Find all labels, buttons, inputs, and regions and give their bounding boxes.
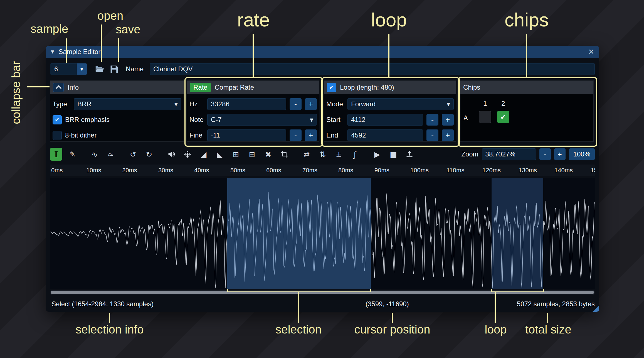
type-label: Type bbox=[53, 100, 70, 108]
annotation-line-open bbox=[101, 24, 102, 62]
annotation-selection-info: selection info bbox=[75, 323, 144, 336]
zoom-controls: Zoom 38.7027% - + 100% bbox=[461, 148, 595, 160]
plus-minus-icon: ± bbox=[336, 150, 342, 159]
upload-tray-icon bbox=[406, 150, 413, 158]
window-title: Sample Editor bbox=[59, 48, 101, 56]
apply-silence-button[interactable]: ⊟ bbox=[246, 148, 258, 161]
save-button[interactable] bbox=[110, 63, 119, 75]
close-icon[interactable]: ✕ bbox=[588, 48, 594, 56]
annotation-line-save bbox=[118, 38, 119, 62]
annotation-loop: loop bbox=[371, 9, 407, 31]
selection-region[interactable] bbox=[227, 178, 371, 289]
ruler-label: 60ms bbox=[266, 167, 281, 174]
annotation-cursor-position: cursor position bbox=[354, 323, 430, 336]
chevron-up-icon bbox=[55, 85, 61, 91]
chips-highlight-box bbox=[458, 77, 597, 147]
chevron-down-icon: ▼ bbox=[80, 67, 83, 72]
edit-cursor-button[interactable]: I bbox=[50, 148, 62, 161]
filter-icon: ƒ bbox=[354, 150, 356, 159]
annotation-open: open bbox=[97, 9, 123, 23]
invert-button[interactable]: ⇅ bbox=[317, 148, 329, 161]
sample-select[interactable]: 6 ▼ bbox=[50, 63, 87, 75]
loop-region bbox=[492, 178, 543, 289]
total-size-text: 5072 samples, 2853 bytes bbox=[517, 300, 595, 308]
time-ruler: 0ms 10ms 20ms 30ms 40ms 50ms 60ms 70ms 8… bbox=[50, 165, 595, 176]
upload-button[interactable] bbox=[403, 148, 416, 161]
name-input-value: Clarinet DQV bbox=[153, 65, 193, 73]
fade-out-icon: ◣ bbox=[217, 150, 223, 159]
ruler-label: 20ms bbox=[122, 167, 137, 174]
annotation-line-sample bbox=[66, 38, 67, 63]
name-input[interactable]: Clarinet DQV bbox=[150, 63, 595, 75]
ruler-label: 0ms bbox=[51, 167, 63, 174]
sine-wave-icon: ∿ bbox=[92, 150, 98, 159]
ruler-label: 40ms bbox=[194, 167, 209, 174]
preview-play-button[interactable]: ▶ bbox=[371, 148, 383, 161]
annotation-line-loop-bottom bbox=[495, 292, 496, 323]
annotation-sample: sample bbox=[31, 22, 68, 36]
annotation-line-loop bbox=[388, 34, 389, 77]
fade-out-button[interactable]: ◣ bbox=[214, 148, 226, 161]
ruler-label: 150 bbox=[591, 167, 595, 174]
zoom-reset-button[interactable]: 100% bbox=[569, 148, 595, 160]
annotation-total-size: total size bbox=[525, 323, 571, 336]
ruler-label: 120ms bbox=[482, 167, 501, 174]
reverse-button[interactable]: ⇄ bbox=[300, 148, 313, 161]
desktop-background: ▼ Sample Editor ✕ 6 ▼ Name Clarinet bbox=[0, 0, 644, 358]
brr-emphasis-label: BRR emphasis bbox=[65, 116, 110, 124]
titlebar[interactable]: ▼ Sample Editor ✕ bbox=[46, 46, 599, 58]
redo-icon: ↻ bbox=[146, 150, 152, 159]
ruler-label: 130ms bbox=[519, 167, 537, 174]
normalize-button[interactable] bbox=[181, 148, 194, 161]
fade-in-button[interactable]: ◢ bbox=[198, 148, 210, 161]
zoom-input[interactable]: 38.7027% bbox=[482, 148, 536, 160]
redo-button[interactable]: ↻ bbox=[143, 148, 155, 161]
window-collapse-icon[interactable]: ▼ bbox=[51, 49, 54, 54]
zoom-in-button[interactable]: + bbox=[554, 148, 566, 160]
ibeam-icon: I bbox=[54, 149, 58, 159]
ruler-label: 110ms bbox=[446, 167, 464, 174]
8bit-dither-checkbox[interactable] bbox=[53, 131, 62, 140]
undo-button[interactable]: ↺ bbox=[127, 148, 139, 161]
preview-stop-button[interactable]: ■ bbox=[387, 148, 399, 161]
annotation-chips: chips bbox=[505, 9, 549, 31]
ruler-label: 140ms bbox=[554, 167, 573, 174]
rate-highlight-box bbox=[184, 77, 323, 147]
waveform-view[interactable] bbox=[50, 178, 595, 289]
annotation-line-cursor-position bbox=[392, 313, 393, 323]
zoom-out-button[interactable]: - bbox=[539, 148, 551, 160]
insert-silence-button[interactable]: ⊞ bbox=[230, 148, 242, 161]
annotation-loop-bottom: loop bbox=[485, 323, 507, 336]
sample-toolbar: I ✎ ∿ ≈ ↺ ↻ bbox=[50, 147, 595, 161]
collapse-bar-button[interactable] bbox=[53, 83, 64, 92]
sign-button[interactable]: ± bbox=[333, 148, 345, 161]
wave-icon: ≈ bbox=[108, 150, 114, 159]
chevron-down-icon: ▼ bbox=[174, 102, 178, 107]
8bit-dither-label: 8-bit dither bbox=[65, 131, 97, 139]
ruler-label: 70ms bbox=[302, 167, 317, 174]
sample-row: 6 ▼ Name Clarinet DQV bbox=[50, 63, 595, 75]
open-folder-icon bbox=[94, 65, 104, 73]
annotation-collapse-bar: collapse bar bbox=[9, 52, 23, 124]
invert-icon: ⇅ bbox=[320, 150, 326, 159]
filter-button[interactable]: ƒ bbox=[349, 148, 361, 161]
resize-grip[interactable] bbox=[593, 305, 599, 312]
trim-button[interactable] bbox=[278, 148, 290, 161]
amplify-button[interactable] bbox=[165, 148, 177, 161]
resample-button[interactable]: ∿ bbox=[88, 148, 101, 161]
draw-button[interactable]: ✎ bbox=[66, 148, 78, 161]
open-button[interactable] bbox=[94, 63, 104, 75]
info-panel-title: Info bbox=[68, 84, 79, 91]
type-dropdown[interactable]: BRR ▼ bbox=[74, 98, 181, 110]
pencil-icon: ✎ bbox=[69, 150, 76, 159]
annotation-selection: selection bbox=[275, 323, 322, 336]
create-wave-button[interactable]: ≈ bbox=[105, 148, 117, 161]
annotation-line-rate bbox=[253, 34, 254, 77]
status-bar: Select (1654-2984: 1330 samples) (3599, … bbox=[50, 297, 595, 311]
brr-emphasis-checkbox[interactable]: ✔ bbox=[53, 115, 62, 124]
selection-info-text: Select (1654-2984: 1330 samples) bbox=[51, 300, 154, 308]
stop-icon: ■ bbox=[390, 150, 397, 159]
insert-silence-icon: ⊞ bbox=[233, 150, 239, 159]
speaker-icon bbox=[167, 150, 175, 158]
delete-button[interactable]: ✖ bbox=[262, 148, 274, 161]
